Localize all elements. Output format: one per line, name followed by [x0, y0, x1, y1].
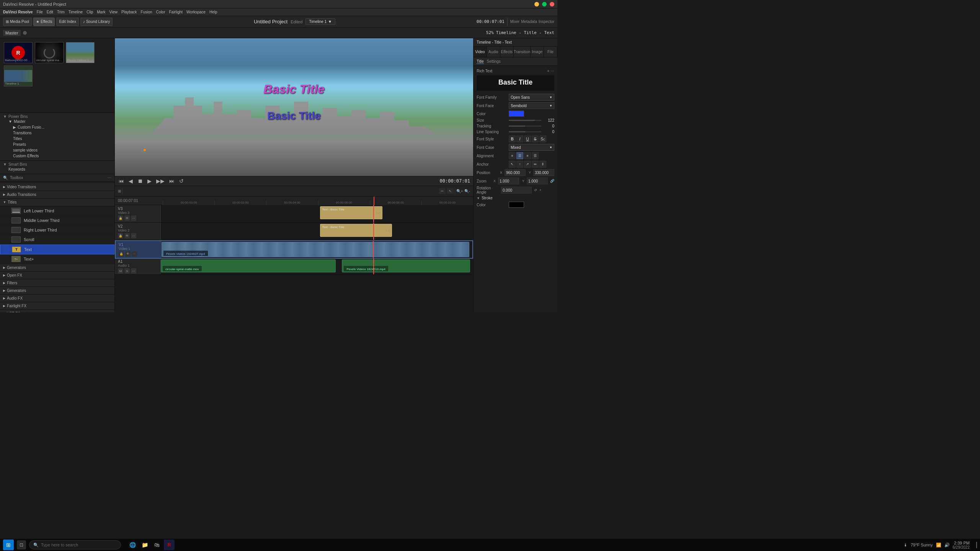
italic-btn[interactable]: I [516, 135, 523, 142]
v3-more-btn[interactable]: ⋯ [131, 215, 136, 221]
anchor-tl[interactable]: ↖ [509, 161, 516, 168]
loop-btn[interactable]: ↺ [178, 177, 185, 185]
master-selector[interactable]: Master [3, 30, 21, 36]
preview-video[interactable]: Basic Title Basic Title [115, 38, 473, 176]
minimize-button[interactable] [534, 2, 539, 7]
anchor-link-v[interactable]: ⇕ [539, 161, 546, 168]
titles-section[interactable]: ▼ Titles [0, 199, 114, 206]
next-frame-btn[interactable]: ▶▶ [155, 177, 165, 185]
underline-btn[interactable]: U [524, 135, 531, 142]
tab-effects[interactable]: Effects [500, 47, 514, 57]
tab-audio[interactable]: Audio [487, 47, 500, 57]
v1-eye-btn[interactable]: 👁 [125, 251, 131, 257]
font-case-dropdown[interactable]: Mixed ▼ [509, 144, 554, 151]
prev-frame-btn[interactable]: ◀ [128, 177, 134, 185]
generators-section[interactable]: ▶ Generators [0, 264, 114, 272]
menu-playback[interactable]: Playback [121, 10, 137, 14]
rotation-plus-icon[interactable]: + [539, 188, 541, 192]
text-plus-item[interactable]: T+ Text+ [0, 254, 114, 264]
power-bins-header[interactable]: ▼ Power Bins [3, 114, 111, 119]
a1-more-btn[interactable]: ⋯ [131, 268, 136, 274]
sub-tab-title[interactable]: Title [477, 59, 484, 64]
edit-index-btn[interactable]: Edit Index [56, 18, 78, 26]
align-right-btn[interactable]: ≡ [524, 152, 531, 159]
tab-file[interactable]: File [544, 47, 557, 57]
effects-btn[interactable]: ★ Effects [33, 18, 55, 26]
vst-effects-section[interactable]: ▶ VST Effects [0, 310, 114, 312]
align-center-btn[interactable]: ☰ [516, 152, 523, 159]
right-lower-third-item[interactable]: Right Lower Third [0, 225, 114, 235]
font-face-dropdown[interactable]: Semibold ▼ [509, 102, 554, 109]
anchor-link-h[interactable]: ⇔ [532, 161, 539, 168]
font-family-dropdown[interactable]: Open Sans ▼ [509, 94, 554, 101]
menu-view[interactable]: View [109, 10, 118, 14]
v2-lock-btn[interactable]: 🔒 [118, 233, 123, 238]
bins-master[interactable]: ▼ Master [8, 119, 111, 124]
zoom-x-input[interactable] [498, 178, 519, 184]
blade-btn[interactable]: ✂ [439, 188, 446, 194]
rotation-input[interactable] [501, 187, 532, 194]
audio-clip-2[interactable]: Pexels Videos 1824610.mp4 [342, 259, 470, 272]
menu-help[interactable]: Help [209, 10, 217, 14]
menu-color[interactable]: Color [156, 10, 165, 14]
skip-end-btn[interactable]: ⏭ [168, 177, 175, 185]
menu-timeline[interactable]: Timeline [69, 10, 83, 14]
filters-section[interactable]: ▶ Filters [0, 279, 114, 287]
media-thumb-city[interactable]: Pexels Videos 182... [66, 42, 95, 63]
track-a1-content[interactable]: circular-spiral-matte.mov Pexels Videos … [161, 259, 473, 274]
menu-file[interactable]: File [37, 10, 43, 14]
zoom-link-icon[interactable]: 🔗 [550, 179, 554, 183]
presets-item[interactable]: Presets [13, 142, 111, 147]
menu-app[interactable]: DaVinci Resolve [3, 10, 33, 14]
maximize-button[interactable] [542, 2, 547, 7]
position-x-input[interactable] [505, 169, 526, 176]
strikethrough-btn[interactable]: S [532, 135, 539, 142]
video-transitions-section[interactable]: ▶ Video Transitions [0, 183, 114, 191]
menu-fusion[interactable]: Fusion [141, 10, 152, 14]
add-track-btn[interactable]: ⊞ [118, 189, 121, 193]
size-slider[interactable] [509, 120, 541, 121]
tab-video[interactable]: Video [474, 47, 487, 57]
smart-bins-header[interactable]: ▼ Smart Bins [3, 162, 111, 166]
search-icon[interactable]: 🔍 [3, 176, 8, 180]
menu-fairlight[interactable]: Fairlight [169, 10, 183, 14]
menu-clip[interactable]: Clip [87, 10, 93, 14]
media-thumb-timeline[interactable]: Timeline 1 [4, 65, 33, 86]
rich-text-menu[interactable]: ⋯ [550, 69, 554, 73]
select-btn[interactable]: ↖ [447, 188, 454, 194]
zoom-out-btn[interactable]: 🔍- [464, 189, 470, 193]
v3-eye-btn[interactable]: 👁 [124, 215, 130, 221]
a1-solo-btn[interactable]: S [124, 268, 130, 274]
sub-tab-settings[interactable]: Settings [487, 59, 501, 64]
text-clip-v2[interactable]: Text - Basic Title ↕ ◇ [320, 224, 392, 237]
timeline-selector[interactable]: Timeline 1 ▼ [305, 18, 335, 25]
toolbox-menu[interactable]: ⋯ [108, 176, 111, 180]
close-button[interactable] [550, 2, 554, 7]
custom-fusion-item[interactable]: ▶ Custom Fusio... [13, 124, 111, 130]
position-y-input[interactable] [533, 169, 554, 176]
stroke-color-swatch[interactable] [509, 202, 524, 208]
audio-fx-section[interactable]: ▶ Audio FX [0, 295, 114, 302]
smallcaps-btn[interactable]: Sc [539, 135, 546, 142]
scroll-item[interactable]: Scroll [0, 235, 114, 245]
stroke-collapse-arrow[interactable]: ▼ [477, 196, 480, 200]
zoom-in-btn[interactable]: 🔍+ [456, 189, 463, 193]
v1-more-btn[interactable]: ⋯ [132, 251, 137, 257]
stop-btn[interactable]: ⏹ [137, 177, 144, 185]
menu-edit[interactable]: Edit [47, 10, 53, 14]
audio-clip-1[interactable]: circular-spiral-matte.mov [161, 259, 336, 272]
media-thumb-resolve[interactable]: R Balloon[0002-000... [4, 42, 33, 63]
tab-transition[interactable]: Transition [514, 47, 531, 57]
text-item[interactable]: T Text [0, 245, 114, 254]
media-thumb-spiral[interactable]: circular spiral mat... [35, 42, 64, 63]
menu-mark[interactable]: Mark [97, 10, 105, 14]
title-text-display[interactable]: Basic Title [477, 75, 554, 91]
keywords-item[interactable]: Keywords [8, 166, 111, 172]
middle-lower-third-item[interactable]: Middle Lower Third [0, 216, 114, 225]
custom-effects-item[interactable]: Custom Effects [13, 153, 111, 159]
v2-more-btn[interactable]: ⋯ [131, 233, 136, 238]
transitions-item[interactable]: Transitions [13, 130, 111, 136]
sound-library-btn[interactable]: ♪ Sound Library [80, 18, 113, 26]
anchor-tr[interactable]: ↗ [524, 161, 531, 168]
video-clip-v1[interactable]: Pexels Videos 1924637.mp4 [162, 242, 469, 257]
